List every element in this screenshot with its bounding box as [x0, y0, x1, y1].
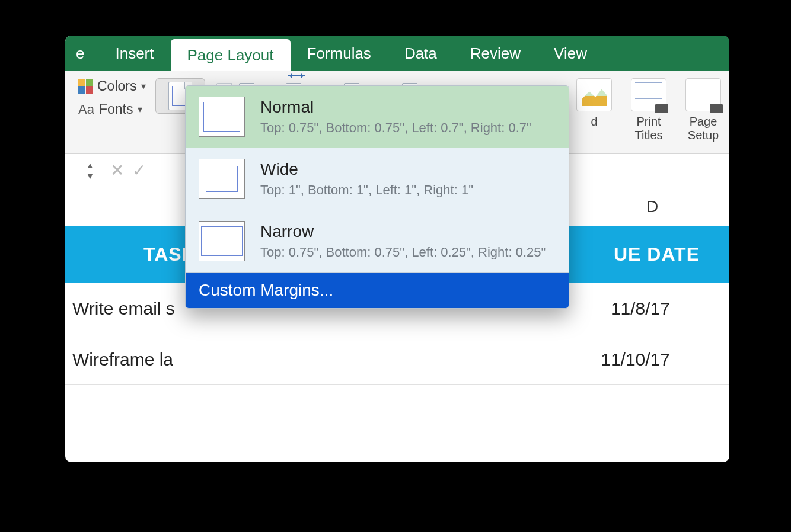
ribbon-tabs: e Insert Page Layout Formulas Data Revie… [65, 36, 729, 71]
page-setup-button[interactable]: Page Setup [685, 78, 721, 142]
tab-insert[interactable]: Insert [98, 36, 170, 71]
page-setup-label: Page Setup [685, 115, 721, 142]
header-due-date: UE DATE [614, 243, 729, 265]
tab-formulas[interactable]: Formulas [291, 36, 388, 71]
tab-page-layout[interactable]: Page Layout [171, 39, 291, 71]
tab-partial[interactable]: e [65, 36, 98, 71]
grid-icon [631, 78, 666, 111]
chevron-down-icon: ▼ [86, 172, 94, 180]
fonts-button[interactable]: Aa Fonts ▾ [78, 101, 146, 117]
colors-button[interactable]: Colors ▾ [78, 78, 146, 94]
margins-option-normal[interactable]: Normal Top: 0.75", Bottom: 0.75", Left: … [186, 86, 569, 148]
option-subtitle: Top: 0.75", Bottom: 0.75", Left: 0.25", … [260, 245, 546, 260]
column-header-d[interactable]: D [575, 197, 729, 216]
page-setup-icon [685, 78, 721, 111]
print-titles-button[interactable]: Print Titles [631, 78, 666, 142]
tab-data[interactable]: Data [388, 36, 454, 71]
margins-dropdown: Normal Top: 0.75", Bottom: 0.75", Left: … [185, 85, 569, 309]
cell-task: Write email s [65, 299, 175, 319]
tab-review[interactable]: Review [454, 36, 537, 71]
chevron-up-icon: ▲ [86, 161, 94, 169]
margin-preview-icon [199, 97, 245, 137]
option-title: Narrow [260, 222, 546, 241]
custom-margins-button[interactable]: Custom Margins... [186, 273, 569, 308]
colors-label: Colors [97, 78, 136, 94]
image-icon [576, 78, 612, 111]
colors-icon [78, 79, 93, 94]
fonts-label: Fonts [99, 101, 133, 117]
margin-preview-icon [199, 221, 245, 261]
background-button[interactable]: d [576, 78, 612, 129]
background-label-partial: d [576, 115, 612, 129]
tab-view[interactable]: View [537, 36, 604, 71]
chevron-down-icon: ▾ [141, 81, 146, 92]
margins-option-narrow[interactable]: Narrow Top: 0.75", Bottom: 0.75", Left: … [186, 210, 569, 273]
table-row[interactable]: Wireframe la 11/10/17 [65, 334, 729, 385]
fonts-icon: Aa [78, 102, 94, 117]
option-title: Normal [260, 98, 531, 117]
option-title: Wide [260, 160, 473, 179]
name-box-stepper[interactable]: ▲ ▼ [82, 161, 98, 180]
print-titles-label: Print Titles [631, 115, 666, 142]
header-task: TASK [65, 243, 196, 265]
option-subtitle: Top: 1", Bottom: 1", Left: 1", Right: 1" [260, 182, 473, 198]
cancel-button[interactable]: ✕ [110, 161, 124, 180]
option-subtitle: Top: 0.75", Bottom: 0.75", Left: 0.7", R… [260, 120, 531, 136]
excel-window: e Insert Page Layout Formulas Data Revie… [65, 36, 729, 462]
accept-button[interactable]: ✓ [132, 161, 146, 180]
chevron-down-icon: ▾ [138, 104, 142, 115]
margin-preview-icon [199, 159, 245, 199]
cell-due-date: 11/8/17 [611, 299, 729, 319]
margins-option-wide[interactable]: Wide Top: 1", Bottom: 1", Left: 1", Righ… [186, 148, 569, 210]
cell-task: Wireframe la [65, 350, 173, 370]
cell-due-date: 11/10/17 [601, 350, 729, 370]
